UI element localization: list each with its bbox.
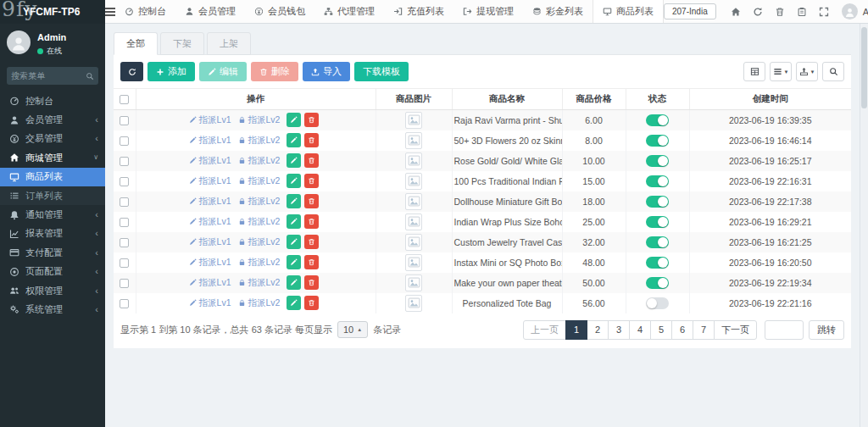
export-button[interactable]: ▼ [796, 62, 818, 81]
page-button-2[interactable]: 2 [587, 320, 609, 340]
col-header-op[interactable]: 操作 [136, 89, 376, 110]
status-toggle[interactable] [646, 114, 669, 126]
row-checkbox[interactable] [120, 218, 129, 227]
topnav-tab-3[interactable]: 代理管理 [314, 0, 384, 23]
product-image-placeholder[interactable] [405, 274, 422, 291]
row-delete-button[interactable] [304, 153, 319, 168]
row-delete-button[interactable] [304, 174, 319, 188]
page-button-7[interactable]: 7 [693, 320, 715, 340]
row-delete-button[interactable] [304, 235, 319, 249]
assign-lv2-link[interactable]: 指派Lv2 [238, 196, 281, 208]
product-image-placeholder[interactable] [405, 132, 422, 149]
sidebar-item-5[interactable]: 订单列表 [0, 186, 105, 205]
topnav-tab-7[interactable]: 商品列表 [593, 0, 664, 23]
sidebar-search-input[interactable] [11, 71, 86, 80]
product-image-placeholder[interactable] [405, 152, 422, 169]
filter-tab-1[interactable]: 下架 [160, 32, 204, 55]
assign-lv1-link[interactable]: 指派Lv1 [189, 155, 231, 167]
row-edit-button[interactable] [287, 275, 301, 290]
sidebar-item-4[interactable]: 商品列表 [0, 168, 105, 186]
status-toggle[interactable] [646, 175, 669, 187]
assign-lv2-link[interactable]: 指派Lv2 [238, 257, 281, 269]
app-logo[interactable]: YFCMF-TP6 [0, 0, 105, 24]
scrollbar[interactable] [860, 24, 868, 427]
row-checkbox[interactable] [120, 238, 129, 247]
home-button[interactable] [725, 0, 747, 24]
per-page-select[interactable]: 10▲ [337, 321, 368, 338]
row-delete-button[interactable] [304, 133, 319, 147]
assign-lv1-link[interactable]: 指派Lv1 [189, 216, 231, 228]
sidebar-item-2[interactable]: 交易管理 ‹ [0, 130, 105, 148]
row-checkbox[interactable] [120, 279, 129, 288]
assign-lv2-link[interactable]: 指派Lv2 [238, 236, 281, 248]
topnav-tab-2[interactable]: 会员钱包 [245, 0, 314, 23]
assign-lv2-link[interactable]: 指派Lv2 [238, 216, 281, 228]
topnav-tab-1[interactable]: 会员管理 [175, 0, 245, 23]
add-button[interactable]: 添加 [147, 62, 195, 81]
row-edit-button[interactable] [287, 296, 301, 310]
page-button-5[interactable]: 5 [650, 320, 672, 340]
topnav-tab-4[interactable]: 充值列表 [384, 0, 453, 23]
edit-button[interactable]: 编辑 [199, 62, 247, 81]
clear-all-cache-button[interactable] [791, 0, 813, 24]
status-toggle[interactable] [646, 277, 669, 289]
col-header-status[interactable]: 状态 [626, 89, 689, 110]
row-edit-button[interactable] [287, 113, 301, 127]
search-icon[interactable] [86, 72, 94, 80]
assign-lv2-link[interactable]: 指派Lv2 [238, 155, 281, 167]
sidebar-item-11[interactable]: 系统管理 ‹ [0, 300, 105, 319]
assign-lv1-link[interactable]: 指派Lv1 [189, 277, 231, 289]
assign-lv2-link[interactable]: 指派Lv2 [238, 114, 281, 126]
row-edit-button[interactable] [287, 255, 301, 269]
sidebar-item-1[interactable]: 会员管理 ‹ [0, 110, 105, 129]
sidebar-toggle-button[interactable] [105, 0, 115, 23]
col-header-image[interactable]: 商品图片 [376, 89, 452, 110]
status-toggle[interactable] [646, 236, 669, 248]
assign-lv2-link[interactable]: 指派Lv2 [238, 135, 281, 147]
assign-lv1-link[interactable]: 指派Lv1 [189, 257, 231, 269]
toggle-view-button[interactable] [743, 62, 765, 81]
status-toggle[interactable] [646, 155, 669, 167]
row-checkbox[interactable] [120, 177, 129, 186]
jump-page-input[interactable] [765, 320, 804, 340]
assign-lv1-link[interactable]: 指派Lv1 [189, 236, 231, 248]
row-edit-button[interactable] [287, 194, 301, 208]
status-toggle[interactable] [646, 216, 669, 228]
row-delete-button[interactable] [304, 255, 319, 269]
download-template-button[interactable]: 下载模板 [354, 62, 409, 81]
assign-lv2-link[interactable]: 指派Lv2 [238, 175, 281, 187]
scrollbar-thumb[interactable] [861, 27, 867, 108]
assign-lv1-link[interactable]: 指派Lv1 [189, 297, 231, 309]
jump-button[interactable]: 跳转 [809, 320, 844, 340]
row-checkbox[interactable] [120, 258, 129, 268]
assign-lv2-link[interactable]: 指派Lv2 [238, 297, 281, 309]
fullscreen-button[interactable] [813, 0, 835, 24]
sidebar-item-10[interactable]: 权限管理 ‹ [0, 281, 105, 300]
col-header-name[interactable]: 商品名称 [452, 89, 562, 110]
status-toggle[interactable] [646, 257, 669, 269]
page-button-4[interactable]: 4 [629, 320, 651, 340]
row-delete-button[interactable] [304, 275, 319, 290]
prev-page-button[interactable]: 上一页 [523, 320, 566, 340]
status-toggle[interactable] [646, 297, 669, 309]
sidebar-item-9[interactable]: 页面配置 ‹ [0, 263, 105, 281]
assign-lv1-link[interactable]: 指派Lv1 [189, 135, 231, 147]
topnav-tab-5[interactable]: 提现管理 [453, 0, 523, 23]
product-image-placeholder[interactable] [405, 254, 422, 271]
sidebar-item-3[interactable]: 商城管理 ∨ [0, 148, 105, 167]
row-checkbox[interactable] [120, 299, 129, 308]
columns-button[interactable]: ▼ [770, 62, 792, 81]
page-button-6[interactable]: 6 [671, 320, 693, 340]
product-image-placeholder[interactable] [405, 295, 422, 312]
filter-tab-2[interactable]: 上架 [207, 32, 251, 55]
assign-lv1-link[interactable]: 指派Lv1 [189, 114, 231, 126]
select-all-checkbox[interactable] [120, 95, 129, 104]
topnav-tab-6[interactable]: 彩金列表 [523, 0, 593, 23]
row-checkbox[interactable] [120, 136, 129, 146]
product-image-placeholder[interactable] [405, 214, 422, 230]
status-toggle[interactable] [646, 135, 669, 147]
row-edit-button[interactable] [287, 153, 301, 168]
refresh-button[interactable] [747, 0, 769, 24]
delete-button[interactable]: 删除 [251, 62, 298, 81]
refresh-button[interactable] [120, 62, 143, 81]
